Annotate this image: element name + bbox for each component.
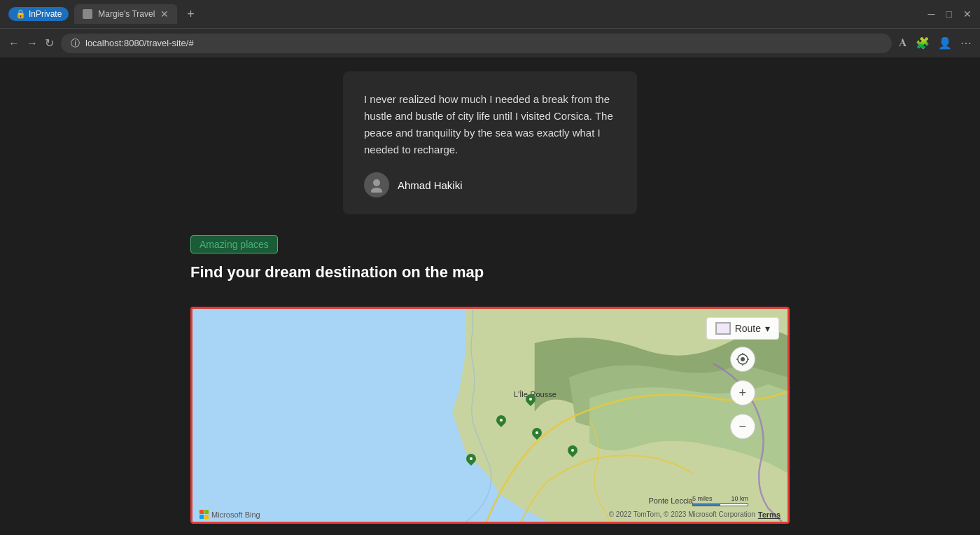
- terms-link[interactable]: Terms: [758, 510, 780, 519]
- testimonial-text: I never realized how much I needed a bre…: [364, 91, 616, 158]
- title-bar: 🔒 InPrivate Margie's Travel ✕ + ─ □ ✕: [0, 0, 980, 28]
- avatar: [364, 172, 389, 197]
- map-marker-3[interactable]: [532, 428, 542, 442]
- minimize-button[interactable]: ─: [928, 8, 935, 20]
- tab-favicon: [83, 9, 92, 19]
- testimonial-section: I never realized how much I needed a bre…: [7, 57, 973, 228]
- title-bar-left: 🔒 InPrivate Margie's Travel ✕ +: [8, 4, 199, 24]
- back-button[interactable]: ←: [8, 37, 20, 50]
- refresh-button[interactable]: ↻: [45, 36, 54, 50]
- map-marker-1[interactable]: [496, 415, 506, 429]
- map-footer: Microsoft Bing © 2022 TomTom, © 2023 Mic…: [192, 507, 788, 522]
- map-marker-5[interactable]: [568, 445, 578, 459]
- bing-sq-blue: [200, 515, 204, 519]
- extensions-icon[interactable]: 🧩: [916, 36, 930, 50]
- window-controls: ─ □ ✕: [928, 8, 972, 20]
- route-label: Route: [735, 323, 761, 334]
- map-label-ponte: Ponte Leccia: [648, 496, 693, 505]
- bing-sq-yellow: [204, 515, 209, 519]
- inprivate-label: InPrivate: [29, 9, 62, 19]
- route-dropdown-icon: ▾: [765, 323, 770, 334]
- content-wrapper: I never realized how much I needed a bre…: [7, 57, 973, 535]
- route-controls: Route ▾ + −: [706, 317, 779, 443]
- route-icon: [715, 322, 731, 335]
- map-marker-2[interactable]: [526, 394, 536, 408]
- read-aloud-icon[interactable]: 𝐀: [899, 36, 907, 50]
- page-footer: Margie's Travel: [7, 524, 973, 535]
- page-content: I never realized how much I needed a bre…: [0, 57, 980, 535]
- section-title: Find your dream destination on the map: [190, 263, 790, 282]
- toolbar-icons: 𝐀 🧩 👤 ⋯: [899, 36, 972, 50]
- svg-point-4: [741, 357, 745, 361]
- copyright-text: © 2022 TomTom, © 2023 Microsoft Corporat…: [609, 510, 755, 518]
- forward-button[interactable]: →: [27, 37, 38, 50]
- maximize-button[interactable]: □: [946, 8, 952, 20]
- svg-point-0: [373, 179, 380, 186]
- bing-text: Microsoft Bing: [211, 510, 260, 519]
- map-background: L'Île-Rousse Ponte Leccia Route: [192, 309, 788, 522]
- address-bar[interactable]: ⓘ localhost:8080/travel-site/#: [61, 34, 892, 53]
- map-container[interactable]: L'Île-Rousse Ponte Leccia Route: [190, 307, 790, 524]
- zoom-in-icon: +: [739, 386, 747, 401]
- info-icon: ⓘ: [71, 37, 80, 50]
- map-marker-4[interactable]: [466, 454, 476, 468]
- scale-km: 10 km: [731, 495, 748, 502]
- amazing-places-badge: Amazing places: [190, 235, 278, 253]
- author-name: Ahmad Hakiki: [398, 179, 463, 191]
- bing-sq-green: [204, 510, 209, 514]
- scale-line: [692, 503, 748, 506]
- more-options-icon[interactable]: ⋯: [960, 36, 972, 50]
- scale-miles: 5 miles: [692, 495, 713, 502]
- svg-point-1: [371, 188, 382, 193]
- map-svg: [192, 309, 788, 522]
- bing-logo: Microsoft Bing: [200, 510, 260, 519]
- new-tab-button[interactable]: +: [183, 7, 199, 22]
- tab-close-button[interactable]: ✕: [160, 8, 169, 20]
- testimonial-author: Ahmad Hakiki: [364, 172, 616, 197]
- bing-sq-red: [200, 510, 204, 514]
- scale-bar: 5 miles 10 km: [692, 495, 748, 506]
- address-bar-row: ← → ↻ ⓘ localhost:8080/travel-site/# 𝐀 🧩…: [0, 28, 980, 57]
- browser-chrome: 🔒 InPrivate Margie's Travel ✕ + ─ □ ✕ ← …: [0, 0, 980, 57]
- close-button[interactable]: ✕: [963, 8, 972, 20]
- active-tab[interactable]: Margie's Travel ✕: [74, 4, 177, 24]
- zoom-out-icon: −: [739, 419, 747, 434]
- inprivate-icon: 🔒: [15, 9, 26, 19]
- amazing-places-section: Amazing places Find your dream destinati…: [7, 228, 973, 307]
- zoom-in-button[interactable]: +: [730, 380, 755, 405]
- testimonial-card: I never realized how much I needed a bre…: [343, 71, 637, 214]
- route-button[interactable]: Route ▾: [706, 317, 779, 340]
- bing-logo-squares: [200, 510, 209, 519]
- profiles-icon[interactable]: 👤: [938, 36, 952, 50]
- location-button[interactable]: [730, 347, 755, 372]
- inprivate-badge[interactable]: 🔒 InPrivate: [8, 7, 69, 21]
- tab-title: Margie's Travel: [98, 9, 155, 19]
- address-text: localhost:8080/travel-site/#: [85, 38, 194, 48]
- map-copyright: © 2022 TomTom, © 2023 Microsoft Corporat…: [609, 510, 780, 519]
- zoom-out-button[interactable]: −: [730, 414, 755, 439]
